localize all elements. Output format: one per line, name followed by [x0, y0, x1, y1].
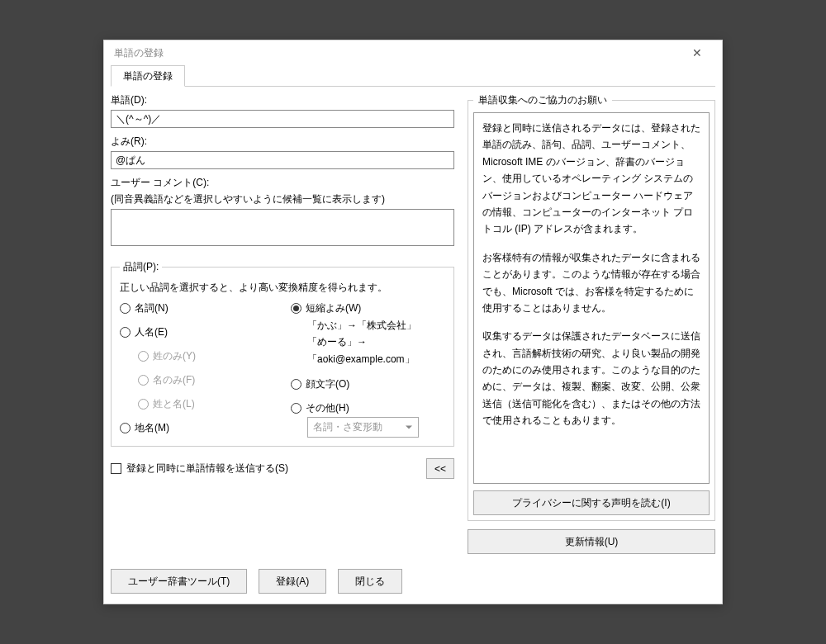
close-button[interactable]: 閉じる	[338, 569, 402, 594]
pos-groupbox: 品詞(P): 正しい品詞を選択すると、より高い変換精度を得られます。 名詞(N)…	[111, 260, 454, 447]
abbrev-ex2: 「めーる」→「aoki@example.com」	[307, 334, 445, 367]
tab-row: 単語の登録	[111, 65, 715, 87]
update-info-button[interactable]: 更新情報(U)	[468, 529, 715, 554]
subtype-select[interactable]: 名詞・さ変形動	[307, 417, 419, 438]
abbrev-ex1: 「かぶ」→「株式会社」	[307, 317, 445, 334]
comment-hint: (同音異義語などを選択しやすいように候補一覧に表示します)	[111, 192, 454, 206]
send-checkbox[interactable]	[111, 463, 121, 474]
radio-person[interactable]: 人名(E)	[120, 325, 274, 339]
radio-label: 姓のみ(Y)	[153, 349, 196, 363]
radio-label: 名のみ(F)	[153, 373, 195, 387]
user-dict-tool-button[interactable]: ユーザー辞書ツール(T)	[111, 569, 247, 594]
radio-label: その他(H)	[306, 401, 349, 415]
radio-label: 姓と名(L)	[153, 397, 195, 411]
collection-text-panel[interactable]: 登録と同時に送信されるデータには、登録された単語の読み、語句、品詞、ユーザーコメ…	[473, 112, 710, 484]
collection-p3: 収集するデータは保護されたデータベースに送信され、言語解析技術の研究、より良い製…	[482, 328, 700, 429]
radio-icon	[138, 351, 149, 362]
radio-person-mei: 名のみ(F)	[138, 373, 274, 387]
radio-label: 短縮よみ(W)	[306, 301, 361, 315]
yomi-field-block: よみ(R):	[111, 135, 454, 169]
radio-icon	[291, 303, 301, 314]
abbrev-examples: 「かぶ」→「株式会社」 「めーる」→「aoki@example.com」	[307, 317, 445, 367]
pos-grid: 名詞(N) 人名(E) 姓のみ(Y) 名のみ(F)	[120, 301, 445, 438]
right-column: 単語収集へのご協力のお願い 登録と同時に送信されるデータには、登録された単語の読…	[468, 93, 715, 554]
radio-place[interactable]: 地名(M)	[120, 421, 274, 435]
radio-icon	[120, 303, 131, 314]
word-field-block: 単語(D):	[111, 93, 454, 128]
yomi-input[interactable]	[111, 151, 454, 169]
radio-icon	[291, 379, 301, 390]
pos-col-right: 短縮よみ(W) 「かぶ」→「株式会社」 「めーる」→「aoki@example.…	[291, 301, 445, 438]
radio-icon	[138, 399, 149, 410]
radio-other[interactable]: その他(H)	[291, 401, 445, 415]
radio-kaomoji[interactable]: 顔文字(O)	[291, 377, 445, 391]
radio-icon	[120, 423, 131, 433]
yomi-label: よみ(R):	[111, 135, 454, 149]
left-column: 単語(D): よみ(R): ユーザー コメント(C): (同音異義語などを選択し…	[111, 93, 454, 554]
window-title: 単語の登録	[111, 46, 678, 60]
radio-icon	[291, 403, 301, 414]
radio-abbrev[interactable]: 短縮よみ(W)	[291, 301, 445, 315]
radio-label: 顔文字(O)	[306, 377, 349, 391]
radio-icon	[120, 327, 131, 338]
comment-label: ユーザー コメント(C):	[111, 176, 454, 190]
send-checkbox-label: 登録と同時に単語情報を送信する(S)	[126, 462, 288, 476]
pos-col-left: 名詞(N) 人名(E) 姓のみ(Y) 名のみ(F)	[120, 301, 274, 438]
radio-label: 地名(M)	[135, 421, 169, 435]
collapse-button[interactable]: <<	[426, 458, 454, 479]
radio-person-sei: 姓のみ(Y)	[138, 349, 274, 363]
radio-person-both: 姓と名(L)	[138, 397, 274, 411]
pos-instruction: 正しい品詞を選択すると、より高い変換精度を得られます。	[120, 281, 445, 295]
pos-legend: 品詞(P):	[120, 260, 162, 274]
collection-p2: お客様特有の情報が収集されたデータに含まれることがあります。このような情報が存在…	[482, 249, 700, 317]
radio-icon	[138, 375, 149, 386]
bottom-bar: ユーザー辞書ツール(T) 登録(A) 閉じる	[104, 561, 722, 604]
radio-noun[interactable]: 名詞(N)	[120, 301, 274, 315]
tab-word-register[interactable]: 単語の登録	[111, 65, 185, 87]
send-row: 登録と同時に単語情報を送信する(S) <<	[111, 455, 454, 482]
collection-p1: 登録と同時に送信されるデータには、登録された単語の読み、語句、品詞、ユーザーコメ…	[482, 120, 700, 238]
comment-input[interactable]	[111, 209, 454, 246]
comment-field-block: ユーザー コメント(C): (同音異義語などを選択しやすいように候補一覧に表示し…	[111, 176, 454, 249]
radio-label: 人名(E)	[135, 325, 168, 339]
register-button[interactable]: 登録(A)	[259, 569, 326, 594]
content-area: 単語(D): よみ(R): ユーザー コメント(C): (同音異義語などを選択し…	[104, 87, 722, 561]
word-input[interactable]	[111, 110, 454, 128]
privacy-button[interactable]: プライバシーに関する声明を読む(I)	[473, 490, 710, 515]
close-icon[interactable]: ✕	[678, 46, 715, 59]
word-label: 単語(D):	[111, 93, 454, 107]
collection-groupbox: 単語収集へのご協力のお願い 登録と同時に送信されるデータには、登録された単語の読…	[468, 93, 715, 521]
collection-legend: 単語収集へのご協力のお願い	[473, 93, 612, 107]
radio-label: 名詞(N)	[135, 301, 169, 315]
dialog-window: 単語の登録 ✕ 単語の登録 単語(D): よみ(R): ユーザー コメント(C)…	[103, 40, 723, 604]
titlebar: 単語の登録 ✕	[104, 40, 722, 65]
